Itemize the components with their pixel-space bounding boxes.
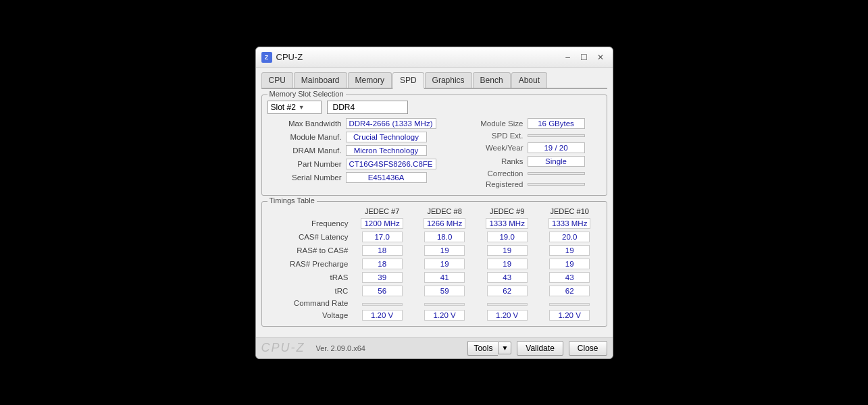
timings-row: Command Rate [267, 298, 601, 308]
timings-row: CAS# Latency17.018.019.020.0 [267, 230, 601, 244]
dram-manuf-value: Micron Technology [346, 145, 427, 156]
correction-label: Correction [473, 169, 524, 178]
timings-cell-value: 18.0 [424, 232, 465, 242]
registered-row: Registered [473, 180, 601, 188]
maximize-button[interactable]: ☐ [578, 51, 591, 63]
timings-cell: 1200 MHz [351, 217, 413, 230]
cpu-z-window: Z CPU-Z – ☐ ✕ CPU Mainboard Memory SPD G… [255, 47, 613, 359]
timings-cell: 18 [351, 257, 413, 271]
dropdown-arrow-icon: ▼ [299, 104, 305, 111]
timings-row: Frequency1200 MHz1266 MHz1333 MHz1333 MH… [267, 217, 601, 230]
tab-mainboard[interactable]: Mainboard [294, 72, 347, 88]
timings-row-label: Voltage [267, 308, 351, 322]
max-bandwidth-value: DDR4-2666 (1333 MHz) [346, 118, 436, 129]
spd-ext-row: SPD Ext. [473, 132, 601, 140]
timings-row: tRAS39414343 [267, 271, 601, 284]
timings-cell [351, 298, 413, 308]
timings-cell: 1.20 V [538, 308, 601, 322]
ranks-value: Single [528, 156, 585, 167]
spd-ext-value [528, 134, 585, 137]
timings-row: Voltage1.20 V1.20 V1.20 V1.20 V [267, 308, 601, 322]
timings-cell-value: 1.20 V [362, 310, 403, 321]
timings-header-row: JEDEC #7 JEDEC #8 JEDEC #9 JEDEC #10 [267, 206, 601, 217]
timings-cell-value: 39 [362, 272, 403, 283]
close-button[interactable]: Close [569, 341, 607, 356]
timings-cell: 20.0 [538, 230, 601, 244]
timings-cell: 56 [351, 284, 413, 298]
title-bar-text: CPU-Z [276, 52, 557, 62]
week-year-value: 19 / 20 [528, 142, 585, 153]
slot-selection-row: Slot #2 ▼ DDR4 [267, 101, 601, 114]
memory-slot-group-label: Memory Slot Selection [267, 90, 346, 98]
timings-table: JEDEC #7 JEDEC #8 JEDEC #9 JEDEC #10 Fre… [267, 206, 601, 322]
timings-cell: 41 [413, 271, 476, 284]
app-icon: Z [261, 52, 272, 63]
tools-button-group: Tools ▼ [467, 341, 511, 356]
right-info-panel: Module Size 16 GBytes SPD Ext. Week/Year… [473, 118, 601, 191]
tools-dropdown-arrow[interactable]: ▼ [498, 342, 511, 354]
memory-slot-group: Memory Slot Selection Slot #2 ▼ DDR4 Max… [261, 94, 607, 196]
timings-cell: 19 [413, 257, 476, 271]
close-window-button[interactable]: ✕ [594, 51, 607, 63]
timings-cell: 19 [538, 257, 601, 271]
timings-cell: 1.20 V [351, 308, 413, 322]
timings-row-label: tRAS [267, 271, 351, 284]
max-bandwidth-row: Max Bandwidth DDR4-2666 (1333 MHz) [267, 118, 462, 129]
timings-cell-value: 20.0 [549, 232, 590, 242]
week-year-label: Week/Year [473, 144, 524, 152]
timings-cell-value: 1333 MHz [486, 218, 528, 229]
timings-row-label: Command Rate [267, 298, 351, 308]
timings-row: RAS# to CAS#18191919 [267, 244, 601, 257]
timings-row: tRC56596262 [267, 284, 601, 298]
timings-cell-value [424, 303, 465, 306]
timings-cell: 62 [538, 284, 601, 298]
tab-memory[interactable]: Memory [348, 72, 392, 88]
timings-cell: 1266 MHz [413, 217, 476, 230]
ddr-type-badge: DDR4 [327, 101, 408, 114]
timings-cell-value: 19.0 [487, 232, 528, 242]
tab-about[interactable]: About [511, 72, 547, 88]
timings-cell: 1.20 V [413, 308, 476, 322]
minimize-button[interactable]: – [561, 51, 575, 63]
tab-cpu[interactable]: CPU [261, 72, 293, 88]
timings-cell-value [487, 303, 528, 306]
registered-label: Registered [473, 180, 524, 188]
window-controls: – ☐ ✕ [561, 51, 607, 63]
timings-cell-value [362, 303, 403, 306]
timings-cell-value: 56 [362, 286, 403, 296]
timings-row: RAS# Precharge18191919 [267, 257, 601, 271]
timings-row-label: RAS# to CAS# [267, 244, 351, 257]
tab-spd[interactable]: SPD [392, 72, 424, 89]
timings-cell-value: 43 [487, 272, 528, 283]
timings-cell: 1.20 V [476, 308, 538, 322]
timings-cell: 19 [476, 257, 538, 271]
tab-bench[interactable]: Bench [473, 72, 511, 88]
left-info-panel: Max Bandwidth DDR4-2666 (1333 MHz) Modul… [267, 118, 462, 191]
serial-number-label: Serial Number [267, 173, 342, 182]
timings-cell-value: 43 [549, 272, 590, 283]
timings-cell [476, 298, 538, 308]
status-bar: CPU-Z Ver. 2.09.0.x64 Tools ▼ Validate C… [256, 338, 613, 358]
module-size-value: 16 GBytes [528, 118, 585, 129]
tab-bar: CPU Mainboard Memory SPD Graphics Bench … [261, 72, 607, 89]
tab-graphics[interactable]: Graphics [425, 72, 472, 88]
slot-dropdown[interactable]: Slot #2 ▼ [267, 101, 322, 114]
window-content: CPU Mainboard Memory SPD Graphics Bench … [256, 68, 613, 338]
timings-cell-value: 41 [424, 272, 465, 283]
timings-cell: 18 [351, 244, 413, 257]
module-size-label: Module Size [473, 119, 524, 128]
timings-row-label: tRC [267, 284, 351, 298]
status-brand: CPU-Z [261, 341, 305, 355]
spd-ext-label: SPD Ext. [473, 132, 524, 140]
validate-button[interactable]: Validate [517, 341, 563, 356]
timings-cell-value: 18 [362, 259, 403, 269]
timings-cell-value: 1200 MHz [361, 218, 403, 229]
timings-cell-value: 1333 MHz [548, 218, 590, 229]
tools-button[interactable]: Tools [467, 341, 498, 356]
timings-cell: 18.0 [413, 230, 476, 244]
timings-cell: 1333 MHz [538, 217, 601, 230]
timings-cell-value: 1.20 V [549, 310, 590, 321]
timings-cell: 62 [476, 284, 538, 298]
module-manuf-row: Module Manuf. Crucial Technology [267, 132, 462, 142]
title-bar: Z CPU-Z – ☐ ✕ [256, 47, 613, 68]
